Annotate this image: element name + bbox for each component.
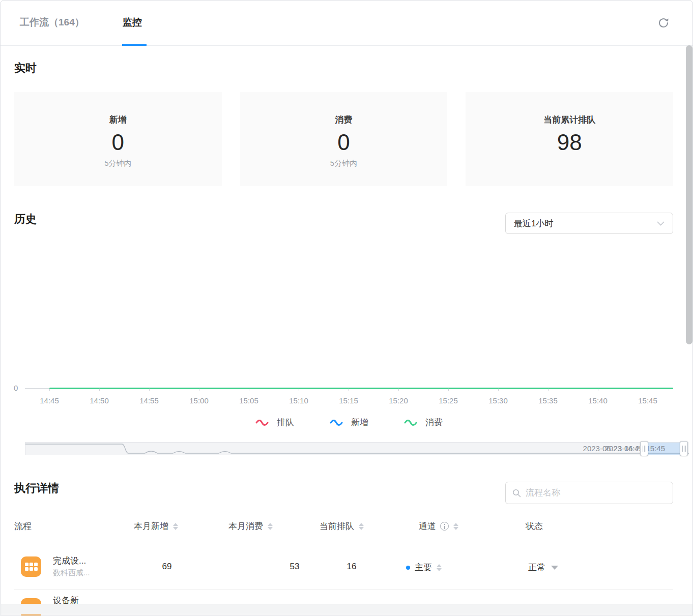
row-divider — [14, 589, 673, 590]
sort-icon[interactable] — [359, 523, 364, 530]
axis-tick — [149, 389, 150, 391]
status-value: 正常 — [528, 562, 545, 573]
wave-icon — [404, 419, 417, 426]
status-dropdown[interactable]: 正常 — [528, 562, 558, 573]
current-queue-value: 16 — [319, 562, 385, 572]
stat-card-queued: 当前累计排队 98 — [466, 92, 673, 186]
column-label: 通道 — [419, 520, 436, 532]
process-name[interactable]: 完成设... — [53, 555, 86, 567]
axis-tick — [548, 389, 548, 391]
sort-icon[interactable] — [268, 523, 273, 530]
column-header-month-added[interactable]: 本月新增 — [134, 520, 178, 532]
brush-handle-left[interactable] — [640, 441, 648, 456]
x-tick-label: 15:25 — [428, 396, 469, 405]
month-consumed-value: 53 — [262, 562, 328, 572]
dropdown-caret-icon — [551, 566, 558, 570]
legend-item-consumed[interactable]: 消费 — [404, 417, 443, 428]
wave-icon — [330, 419, 343, 426]
column-header-current-queue[interactable]: 当前排队 — [320, 520, 364, 532]
channel-value: 主要 — [415, 562, 432, 573]
x-tick-label: 14:45 — [29, 396, 70, 405]
process-search-input[interactable] — [526, 488, 666, 498]
vertical-scrollbar-thumb[interactable] — [686, 45, 692, 344]
chart-legend: 排队 新增 消费 — [25, 417, 673, 428]
axis-tick — [398, 389, 399, 391]
x-tick-label: 14:55 — [129, 396, 169, 405]
stat-subtitle: 5分钟内 — [330, 158, 357, 168]
channel-select[interactable]: 主要 — [406, 562, 442, 573]
stat-subtitle: 5分钟内 — [104, 158, 131, 168]
section-title-realtime: 实时 — [14, 61, 37, 76]
channel-updown-icon[interactable] — [437, 564, 442, 571]
axis-tick — [648, 389, 648, 391]
column-label: 流程 — [14, 520, 32, 532]
refresh-icon — [657, 17, 670, 29]
column-label: 本月消费 — [228, 520, 263, 532]
stat-value: 0 — [337, 129, 350, 156]
tab-monitor[interactable]: 监控 — [123, 16, 142, 29]
column-header-month-consumed[interactable]: 本月消费 — [228, 520, 273, 532]
column-header-channel[interactable]: 通道 — [419, 520, 458, 532]
axis-tick — [249, 389, 249, 391]
search-icon — [512, 489, 521, 497]
x-tick-label: 15:05 — [228, 396, 269, 405]
column-label: 状态 — [526, 520, 543, 532]
data-zoom-slider[interactable]: 2023-06-23 14:45 2023-06-23 15:45 — [25, 442, 688, 455]
active-tab-indicator — [122, 44, 147, 46]
channel-dot-icon — [406, 566, 410, 570]
y-axis-zero-label: 0 — [14, 384, 18, 392]
time-range-value: 最近1小时 — [514, 218, 657, 229]
legend-label: 消费 — [425, 417, 443, 428]
x-tick-label: 15:35 — [528, 396, 568, 405]
workflow-grid-icon — [21, 556, 41, 577]
axis-tick — [448, 389, 449, 391]
axis-tick — [598, 389, 598, 391]
x-tick-label: 15:40 — [578, 396, 618, 405]
column-header-status: 状态 — [526, 520, 543, 532]
time-range-select[interactable]: 最近1小时 — [505, 213, 673, 234]
chevron-down-icon — [657, 221, 665, 226]
horizontal-scrollbar[interactable] — [1, 604, 693, 614]
tab-workflow[interactable]: 工作流（164） — [20, 16, 84, 29]
stat-label: 新增 — [109, 114, 127, 126]
legend-label: 排队 — [277, 417, 294, 428]
section-title-details: 执行详情 — [14, 481, 59, 496]
axis-tick — [49, 389, 50, 391]
x-tick-label: 15:20 — [378, 396, 419, 405]
axis-tick — [299, 389, 299, 391]
column-label: 本月新增 — [134, 520, 168, 532]
x-tick-label: 15:45 — [627, 396, 668, 405]
info-icon[interactable] — [440, 522, 449, 531]
legend-item-queue[interactable]: 排队 — [255, 417, 294, 428]
stat-label: 消费 — [335, 114, 353, 126]
stat-card-consumed: 消费 0 5分钟内 — [240, 92, 448, 186]
realtime-cards: 新增 0 5分钟内 消费 0 5分钟内 当前累计排队 98 — [14, 92, 673, 186]
process-subname: 数科西咸... — [53, 568, 90, 578]
axis-tick — [349, 389, 349, 391]
process-search-box — [505, 482, 673, 504]
sort-icon[interactable] — [173, 523, 178, 530]
stat-value: 98 — [557, 129, 582, 156]
tab-bar: 工作流（164） 监控 — [1, 1, 692, 46]
axis-tick — [99, 389, 100, 391]
legend-item-added[interactable]: 新增 — [330, 417, 368, 428]
sort-icon[interactable] — [453, 523, 458, 530]
stat-card-added: 新增 0 5分钟内 — [14, 92, 222, 186]
x-tick-label: 15:00 — [179, 396, 219, 405]
x-tick-label: 15:15 — [328, 396, 369, 405]
column-header-process: 流程 — [14, 520, 32, 532]
axis-tick — [498, 389, 499, 391]
monitor-page: 工作流（164） 监控 实时 新增 0 5分钟内 消费 0 5分钟内 当前累计排… — [0, 0, 693, 616]
x-tick-label: 15:30 — [478, 396, 518, 405]
brush-end-label: 2023-06-23 15:45 — [605, 444, 665, 453]
month-added-value: 69 — [134, 562, 200, 572]
brush-handle-right[interactable] — [680, 441, 688, 456]
consumed-series-line — [49, 388, 673, 389]
refresh-button[interactable] — [657, 17, 670, 30]
section-title-history: 历史 — [14, 212, 37, 227]
column-label: 当前排队 — [320, 520, 354, 532]
axis-tick — [199, 389, 199, 391]
stat-label: 当前累计排队 — [543, 114, 595, 126]
stat-value: 0 — [112, 129, 124, 156]
wave-icon — [255, 419, 269, 426]
